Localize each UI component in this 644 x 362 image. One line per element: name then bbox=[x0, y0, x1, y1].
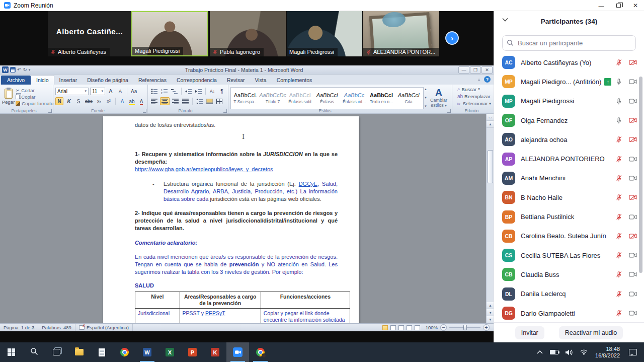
document-page[interactable]: datos de los/as entrevistados/as. 1- Rec… bbox=[103, 116, 359, 323]
participant-row[interactable]: MPMagali Piedigro... (Anfitrión)↑ bbox=[494, 72, 644, 91]
save-icon[interactable] bbox=[10, 67, 16, 73]
minimize-ribbon-icon[interactable]: ▵ bbox=[478, 77, 480, 82]
justify-icon[interactable] bbox=[181, 97, 190, 105]
style-item-5[interactable]: AaBbCcÉnfasis int... bbox=[341, 89, 367, 108]
subscript-button[interactable]: x₂ bbox=[95, 97, 103, 105]
undo-icon[interactable]: ↶ bbox=[17, 67, 21, 73]
multilevel-list-icon[interactable] bbox=[170, 87, 179, 95]
underline-button[interactable]: S bbox=[74, 97, 83, 105]
taskbar-word-icon[interactable]: W bbox=[136, 342, 158, 362]
doc-inline-link[interactable]: DGCyE bbox=[299, 181, 317, 187]
format-painter-button[interactable]: Copiar formato bbox=[16, 101, 53, 106]
ribbon-tab-insertar[interactable]: Insertar bbox=[54, 76, 83, 85]
action-center-icon[interactable] bbox=[629, 349, 637, 355]
change-case-button[interactable]: Aa bbox=[130, 87, 138, 95]
video-tile-3[interactable]: Pabla lagonegro bbox=[210, 11, 286, 56]
bold-button[interactable]: N bbox=[55, 97, 63, 105]
paragraph-dialog-launcher[interactable] bbox=[223, 109, 227, 113]
participant-row[interactable]: OFOlga Fernandez bbox=[494, 111, 644, 130]
page-indicator[interactable]: Página: 1 de 3 bbox=[0, 324, 38, 331]
next-page-icon[interactable]: ▼ bbox=[487, 316, 494, 323]
show-paragraph-marks-button[interactable]: ¶ bbox=[218, 87, 226, 95]
word-minimize-button[interactable]: — bbox=[458, 66, 469, 74]
unmute-audio-button[interactable]: Reactivar mi audio bbox=[559, 326, 623, 339]
previous-page-icon[interactable]: ▲ bbox=[487, 302, 494, 309]
strikethrough-button[interactable]: abe bbox=[84, 97, 94, 105]
zoom-level[interactable]: 100% bbox=[426, 325, 438, 330]
doc-link[interactable]: https://www.gba.gob.ar/empleopublico/ley… bbox=[135, 166, 338, 173]
taskbar-clock[interactable]: 18:48 16/8/2022 bbox=[591, 346, 624, 359]
ribbon-tab-vista[interactable]: Vista bbox=[250, 76, 271, 85]
style-item-2[interactable]: AaBbCcDcTítulo 7 bbox=[260, 89, 286, 108]
word-vertical-scrollbar[interactable]: ▭ ▲ ▲ ● ▼ bbox=[486, 114, 494, 323]
browse-object-icon[interactable]: ● bbox=[487, 309, 494, 316]
font-dialog-launcher[interactable] bbox=[143, 109, 146, 113]
paste-button[interactable]: Pegar bbox=[2, 86, 15, 107]
styles-dialog-launcher[interactable] bbox=[447, 109, 451, 113]
scrollbar-thumb[interactable] bbox=[488, 150, 493, 183]
copy-button[interactable]: Copiar bbox=[16, 94, 53, 100]
video-tile-5[interactable]: ALEJANDRA PONTOR... bbox=[363, 11, 439, 56]
participant-row[interactable]: BNB Nacho Haile bbox=[494, 188, 644, 207]
cut-button[interactable]: ✂Cortar bbox=[16, 88, 53, 93]
shading-icon[interactable] bbox=[205, 97, 214, 105]
ribbon-tab-archivo[interactable]: Archivo bbox=[1, 76, 31, 85]
word-restore-button[interactable]: ❐ bbox=[470, 66, 481, 74]
redo-icon[interactable]: ↻ bbox=[23, 67, 27, 73]
ribbon-tab-correspondencia[interactable]: Correspondencia bbox=[172, 76, 222, 85]
ribbon-tab-inicio[interactable]: Inicio bbox=[31, 75, 54, 85]
ribbon-tab-dise-o-de-p-gina[interactable]: Diseño de página bbox=[82, 76, 133, 85]
zoom-slider-thumb[interactable] bbox=[463, 325, 467, 330]
styles-gallery-scroll[interactable]: ▲▼▼ bbox=[424, 86, 428, 109]
font-color-button[interactable]: A bbox=[137, 97, 145, 105]
italic-button[interactable]: K bbox=[65, 97, 73, 105]
align-center-icon[interactable] bbox=[160, 97, 170, 105]
font-family-combo[interactable]: Arial▾ bbox=[55, 88, 89, 95]
taskbar-powerpoint-icon[interactable]: P bbox=[181, 342, 204, 362]
highlight-button[interactable]: ab bbox=[128, 97, 136, 105]
wifi-icon[interactable] bbox=[577, 342, 591, 362]
taskbar-document-icon[interactable] bbox=[91, 342, 113, 362]
shrink-font-button[interactable]: A bbox=[116, 87, 124, 95]
taskbar-chrome-profile-icon[interactable] bbox=[249, 342, 272, 362]
taskbar-task-view-icon[interactable] bbox=[45, 342, 68, 362]
text-effects-button[interactable]: A bbox=[118, 97, 126, 105]
tray-chevron-icon[interactable] bbox=[533, 342, 546, 362]
table-cell-link[interactable]: PEPSyT bbox=[205, 310, 225, 316]
invite-button[interactable]: Invitar bbox=[515, 326, 544, 339]
participant-row[interactable]: APALEJANDRA PONTORIERO bbox=[494, 149, 644, 168]
align-left-icon[interactable] bbox=[150, 97, 158, 105]
style-item-7[interactable]: AaBbCclCita bbox=[395, 89, 422, 108]
video-tile-2[interactable]: Magali Piedigrossi bbox=[131, 11, 208, 56]
bullets-icon[interactable] bbox=[150, 87, 158, 95]
video-tile-1[interactable]: Alberto Castiñe...Alberto Castiñeyras bbox=[48, 11, 131, 56]
outline-view-icon[interactable] bbox=[407, 325, 412, 330]
numbering-icon[interactable]: 12 bbox=[160, 87, 169, 95]
participant-row[interactable]: CBClaudia Buss bbox=[494, 265, 644, 284]
maximize-button[interactable] bbox=[610, 0, 627, 11]
find-button[interactable]: ⌕Buscar ▾ bbox=[457, 86, 491, 92]
ribbon-tab-referencias[interactable]: Referencias bbox=[133, 76, 172, 85]
ruler-toggle-icon[interactable]: ▭ bbox=[487, 114, 494, 121]
next-videos-button[interactable]: › bbox=[445, 31, 459, 45]
zoom-in-icon[interactable]: + bbox=[483, 324, 490, 331]
participant-row[interactable]: CSCecilia SUTEBA Las Flores bbox=[494, 246, 644, 265]
participant-row[interactable]: DLDanila Leclercq bbox=[494, 284, 644, 304]
participant-row[interactable]: AMAnahi Menchini bbox=[494, 169, 644, 188]
style-item-6[interactable]: AaBbCclTexto en n... bbox=[368, 89, 394, 108]
increase-indent-icon[interactable] bbox=[194, 87, 203, 95]
style-item-1[interactable]: AaBbCcLT Sin espa... bbox=[232, 89, 259, 108]
participant-row[interactable]: AOalejandra ochoa bbox=[494, 130, 644, 149]
line-spacing-icon[interactable] bbox=[195, 97, 204, 105]
help-icon[interactable]: ? bbox=[484, 76, 491, 83]
zoom-out-icon[interactable]: − bbox=[440, 324, 447, 331]
taskbar-start-icon[interactable] bbox=[0, 342, 23, 362]
word-app-icon[interactable]: W bbox=[2, 66, 9, 73]
spellcheck-status[interactable]: ✗Español (Argentina) bbox=[75, 324, 133, 331]
style-item-3[interactable]: AaBbCclÉnfasis sutil bbox=[287, 89, 313, 108]
taskbar-excel-icon[interactable]: X bbox=[158, 342, 181, 362]
ribbon-tab-complementos[interactable]: Complementos bbox=[272, 76, 317, 85]
grow-font-button[interactable]: A bbox=[107, 87, 115, 95]
change-styles-button[interactable]: A Cambiar estilos ▾ bbox=[428, 86, 450, 109]
participant-row[interactable]: DGDario Giampaoletti bbox=[494, 304, 644, 323]
